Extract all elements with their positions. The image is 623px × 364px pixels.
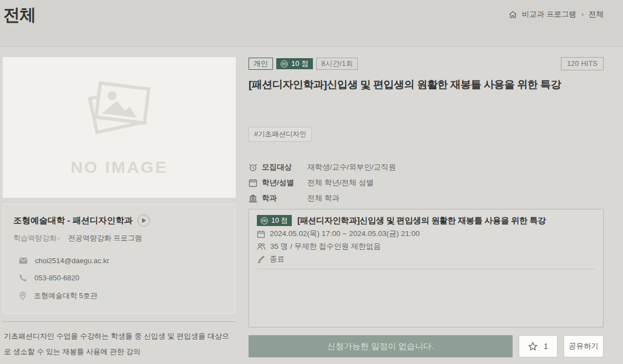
alarm-clock-icon <box>249 163 262 172</box>
category-label[interactable]: 학습역량강화 <box>13 234 57 242</box>
info-label: 학과 <box>262 193 307 203</box>
badge-duration: 8시간/1회 <box>316 58 358 70</box>
program-title: [패션디자인학과]신입생 및 편입생의 원활한 재봉틀 사용을 위한 특강 <box>249 78 604 92</box>
main-content: NO IMAGE 조형예술대학 - 패션디자인학과 학습역량강화›전공역량강화 … <box>0 47 623 364</box>
breadcrumb: 비교과 프로그램 › 전체 <box>509 9 604 19</box>
tag-row: #기초패션디자인 <box>249 127 604 142</box>
apply-button[interactable]: 신청가능한 일정이 없습니다. <box>249 335 513 357</box>
calendar-icon <box>257 230 265 238</box>
no-image-label: NO IMAGE <box>70 158 168 177</box>
schedule-points-label: 10 점 <box>271 216 288 225</box>
pen-icon <box>257 255 265 264</box>
schedule-item[interactable]: m 10 점 [패션디자인학과]신입생 및 편입생의 원활한 재봉틀 사용을 위… <box>257 215 595 269</box>
hashtag[interactable]: #기초패션디자인 <box>249 127 312 142</box>
badge-points: m 10 점 <box>276 58 313 69</box>
action-row: 신청가능한 일정이 없습니다. 1 공유하기 <box>249 335 604 357</box>
schedule-capacity: 35 명 / 무제한 접수인원 제한없음 <box>270 242 381 252</box>
favorite-button[interactable]: 1 <box>519 335 558 357</box>
organizer-name: 조형예술대학 - 패션디자인학과 <box>13 215 133 227</box>
program-category-path: 학습역량강화›전공역량강화 프로그램 <box>13 233 225 243</box>
badge-type: 개인 <box>249 58 273 70</box>
schedule-capacity-row: 35 명 / 무제한 접수인원 제한없음 <box>257 242 595 252</box>
program-type-label: 전공역량강화 프로그램 <box>68 234 143 242</box>
mileage-icon: m <box>261 217 268 224</box>
info-row-target: 모집대상 재학생/교수/외부인/교직원 <box>249 162 604 172</box>
category-separator: › <box>58 235 60 242</box>
breadcrumb-link-current[interactable]: 전체 <box>589 9 604 19</box>
breadcrumb-link-programs[interactable]: 비교과 프로그램 <box>522 9 576 19</box>
mileage-icon: m <box>281 60 288 68</box>
schedule-title: [패션디자인학과]신입생 및 편입생의 원활한 재봉틀 사용을 위한 특강 <box>297 216 546 226</box>
play-button[interactable] <box>138 214 150 227</box>
program-detail-panel: 개인 m 10 점 8시간/1회 120 HITS [패션디자인학과]신입생 및… <box>249 57 604 364</box>
page-header: 전체 비교과 프로그램 › 전체 <box>0 0 623 47</box>
schedule-date: 2024.05.02(목) 17:00 ~ 2024.05.03(금) 21:0… <box>270 229 420 239</box>
left-column: NO IMAGE 조형예술대학 - 패션디자인학과 학습역량강화›전공역량강화 … <box>3 57 236 364</box>
info-row-grade-gender: 학년/성별 전체 학년/전체 성별 <box>249 177 604 188</box>
hits-badge: 120 HITS <box>561 57 604 70</box>
badge-row: 개인 m 10 점 8시간/1회 120 HITS <box>249 57 604 70</box>
info-value: 전체 학과 <box>307 193 340 203</box>
contact-phone-row: 053-850-6820 <box>19 274 225 282</box>
people-icon <box>257 243 266 250</box>
program-description-section: 기초패션디자인 수업을 수강하는 학생들 중 신입생 및 편입생을 대상으로 생… <box>3 321 236 364</box>
schedule-card: m 10 점 [패션디자인학과]신입생 및 편입생의 원활한 재봉틀 사용을 위… <box>249 209 604 327</box>
favorite-count: 1 <box>544 342 548 351</box>
info-row-department: 학과 전체 학과 <box>249 193 604 203</box>
location-pin-icon <box>19 291 27 300</box>
phone-value: 053-850-6820 <box>34 274 79 282</box>
email-value: choi2514@daegu.ac.kr <box>35 257 109 265</box>
star-icon <box>528 342 538 351</box>
calendar-icon <box>249 178 262 187</box>
info-value: 전체 학년/전체 성별 <box>307 177 373 188</box>
program-description: 기초패션디자인 수업을 수강하는 학생들 중 신입생 및 편입생을 대상으로 생… <box>4 329 235 360</box>
badge-points-label: 10 점 <box>291 59 308 68</box>
home-icon[interactable] <box>509 11 517 19</box>
no-image-icon <box>82 78 157 139</box>
organizer-card: 조형예술대학 - 패션디자인학과 학습역량강화›전공역량강화 프로그램 <box>3 204 236 314</box>
info-value: 재학생/교수/외부인/교직원 <box>307 162 396 172</box>
mail-icon <box>19 257 28 264</box>
share-button[interactable]: 공유하기 <box>564 335 604 357</box>
schedule-points-badge: m 10 점 <box>257 215 292 226</box>
phone-icon <box>19 274 27 282</box>
schedule-date-row: 2024.05.02(목) 17:00 ~ 2024.05.03(금) 21:0… <box>257 229 595 239</box>
program-image-placeholder: NO IMAGE <box>3 57 236 198</box>
info-label: 모집대상 <box>262 162 307 172</box>
contact-email-row: choi2514@daegu.ac.kr <box>19 257 225 265</box>
location-value: 조형예술대학 5호관 <box>34 291 98 301</box>
university-icon <box>249 194 262 203</box>
schedule-status: 종료 <box>270 254 285 264</box>
breadcrumb-separator: › <box>581 11 584 18</box>
contact-list: choi2514@daegu.ac.kr 053-850-6820 <box>13 257 225 301</box>
program-info-rows: 모집대상 재학생/교수/외부인/교직원 학년/성별 전체 학년/전체 성별 <box>249 162 604 203</box>
info-label: 학년/성별 <box>262 177 307 188</box>
page-title: 전체 <box>3 4 36 27</box>
contact-location-row: 조형예술대학 5호관 <box>19 291 225 301</box>
schedule-status-row: 종료 <box>257 254 595 264</box>
play-icon <box>141 218 146 223</box>
